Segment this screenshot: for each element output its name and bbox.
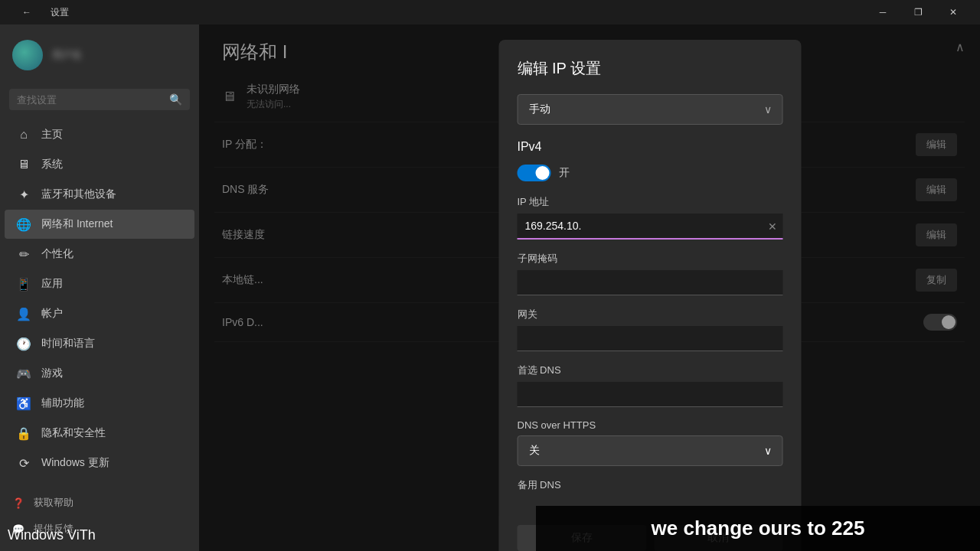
accounts-label: 帐户 xyxy=(41,307,63,321)
sidebar-item-apps[interactable]: 📱 应用 xyxy=(5,269,194,298)
gaming-label: 游戏 xyxy=(41,367,63,380)
back-button[interactable]: ← xyxy=(9,0,44,24)
mode-dropdown-row: 手动 ∨ xyxy=(518,94,783,125)
bluetooth-label: 蓝牙和其他设备 xyxy=(41,187,116,201)
ip-label: IP 地址 xyxy=(518,195,783,209)
sidebar: 用户名 🔍 ⌂ 主页 🖥 系统 ✦ 蓝牙和其他设备 🌐 网络和 Internet… xyxy=(0,24,199,551)
ipv4-section-title: IPv4 xyxy=(518,140,783,154)
ip-field-group: IP 地址 ✕ xyxy=(518,195,783,240)
sidebar-item-gaming[interactable]: 🎮 游戏 xyxy=(5,359,194,388)
privacy-icon: 🔒 xyxy=(17,426,31,440)
dns-https-arrow-icon: ∨ xyxy=(764,445,772,457)
edit-ip-dialog: 编辑 IP 设置 手动 ∨ IPv4 开 IP 地址 ✕ 子 xyxy=(499,40,802,551)
accessibility-label: 辅助功能 xyxy=(41,396,84,410)
ip-input[interactable] xyxy=(518,214,783,240)
sidebar-item-accounts[interactable]: 👤 帐户 xyxy=(5,299,194,328)
content-area: 网络和 I ∧ 🖥 未识别网络 无法访问... IP 分配： 编辑 xyxy=(199,24,980,551)
accounts-icon: 👤 xyxy=(17,307,31,321)
dialog-title: 编辑 IP 设置 xyxy=(518,58,783,79)
mode-label: 手动 xyxy=(529,103,550,116)
caption-bar: we change ours to 225 xyxy=(536,506,980,551)
sidebar-item-system[interactable]: 🖥 系统 xyxy=(5,150,194,179)
ipv4-toggle-row: 开 xyxy=(518,165,783,181)
sidebar-item-windows-update[interactable]: ⟳ Windows 更新 xyxy=(5,448,194,478)
search-icon: 🔍 xyxy=(169,93,182,106)
help-item[interactable]: ❓ 获取帮助 xyxy=(0,490,199,516)
help-icon: ❓ xyxy=(12,497,24,509)
windows-update-label: Windows 更新 xyxy=(41,456,109,470)
dns-https-value: 关 xyxy=(529,444,540,458)
bluetooth-icon: ✦ xyxy=(17,187,31,201)
sidebar-item-home[interactable]: ⌂ 主页 xyxy=(5,120,194,149)
personalize-label: 个性化 xyxy=(41,247,74,261)
network-icon: 🌐 xyxy=(17,217,31,231)
mode-dropdown[interactable]: 手动 ∨ xyxy=(518,94,783,125)
search-input[interactable] xyxy=(17,94,163,106)
dns-primary-label: 首选 DNS xyxy=(518,364,783,377)
home-label: 主页 xyxy=(41,128,63,142)
search-box[interactable]: 🔍 xyxy=(9,89,190,110)
gateway-label: 网关 xyxy=(518,308,783,321)
app-container: 用户名 🔍 ⌂ 主页 🖥 系统 ✦ 蓝牙和其他设备 🌐 网络和 Internet… xyxy=(0,24,980,551)
subnet-input[interactable] xyxy=(518,270,783,295)
avatar xyxy=(12,40,43,70)
system-label: 系统 xyxy=(41,158,63,171)
gateway-input[interactable] xyxy=(518,326,783,351)
dns-alt-field-group: 备用 DNS xyxy=(518,478,783,492)
user-section: 用户名 xyxy=(0,31,199,80)
sidebar-item-bluetooth[interactable]: ✦ 蓝牙和其他设备 xyxy=(5,180,194,209)
dns-https-field-group: DNS over HTTPS 关 ∨ xyxy=(518,419,783,466)
close-button[interactable]: ✕ xyxy=(936,0,971,24)
titlebar-controls: ─ ❐ ✕ xyxy=(865,0,971,24)
dns-primary-field-group: 首选 DNS xyxy=(518,364,783,407)
windows-update-icon: ⟳ xyxy=(17,456,31,470)
sidebar-item-privacy[interactable]: 🔒 隐私和安全性 xyxy=(5,419,194,448)
system-icon: 🖥 xyxy=(17,158,31,171)
restore-button[interactable]: ❐ xyxy=(900,0,936,24)
user-name: 用户名 xyxy=(52,48,82,62)
subnet-label: 子网掩码 xyxy=(518,252,783,266)
dns-primary-input[interactable] xyxy=(518,382,783,407)
gaming-icon: 🎮 xyxy=(17,367,31,380)
ipv4-toggle[interactable] xyxy=(518,165,551,181)
subnet-field-group: 子网掩码 xyxy=(518,252,783,295)
time-icon: 🕐 xyxy=(17,337,31,350)
ipv4-toggle-label: 开 xyxy=(559,166,570,180)
dns-https-dropdown[interactable]: 关 ∨ xyxy=(518,435,783,466)
ip-clear-button[interactable]: ✕ xyxy=(768,220,777,233)
time-label: 时间和语言 xyxy=(41,337,95,350)
sidebar-item-personalize[interactable]: ✏ 个性化 xyxy=(5,240,194,269)
personalize-icon: ✏ xyxy=(17,247,31,261)
help-label: 获取帮助 xyxy=(34,496,74,510)
accessibility-icon: ♿ xyxy=(17,396,31,410)
gateway-field-group: 网关 xyxy=(518,308,783,351)
minimize-button[interactable]: ─ xyxy=(865,0,900,24)
apps-label: 应用 xyxy=(41,277,63,291)
home-icon: ⌂ xyxy=(17,128,31,142)
network-label: 网络和 Internet xyxy=(41,217,113,231)
dns-alt-label: 备用 DNS xyxy=(518,478,783,492)
caption-text: we change ours to 225 xyxy=(652,517,865,540)
dns-https-label: DNS over HTTPS xyxy=(518,419,783,431)
sidebar-item-network[interactable]: 🌐 网络和 Internet xyxy=(5,210,194,239)
dropdown-arrow-icon: ∨ xyxy=(764,103,772,116)
sidebar-item-time[interactable]: 🕐 时间和语言 xyxy=(5,329,194,358)
apps-icon: 📱 xyxy=(17,277,31,291)
sidebar-item-accessibility[interactable]: ♿ 辅助功能 xyxy=(5,389,194,418)
titlebar-left: ← 设置 xyxy=(9,0,69,24)
nav-items: ⌂ 主页 🖥 系统 ✦ 蓝牙和其他设备 🌐 网络和 Internet ✏ 个性化… xyxy=(0,119,199,478)
windows-vith-label: Windows ViTh xyxy=(8,527,96,543)
privacy-label: 隐私和安全性 xyxy=(41,426,106,440)
titlebar-title: 设置 xyxy=(51,6,69,19)
titlebar: ← 设置 ─ ❐ ✕ xyxy=(0,0,980,24)
